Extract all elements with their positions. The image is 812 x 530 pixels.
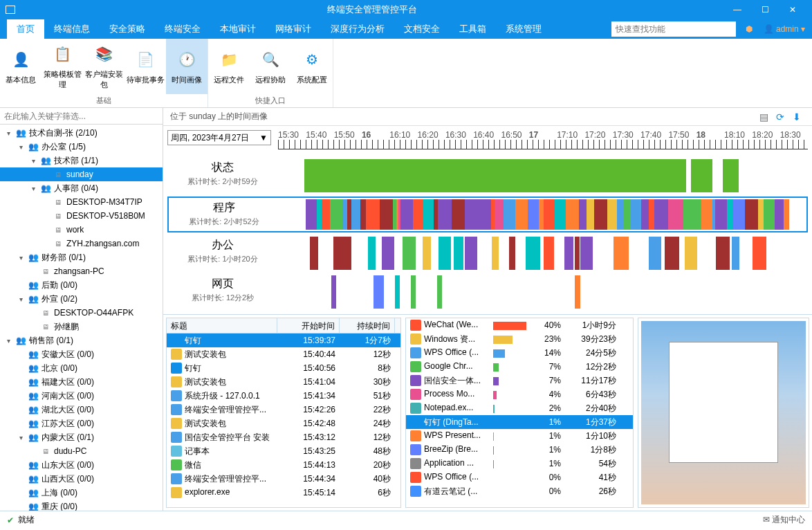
usage-row[interactable]: BreeZip (Bre...1%1分8秒 bbox=[406, 443, 633, 457]
org-icon[interactable]: ⬢ bbox=[746, 24, 753, 34]
tree-node[interactable]: 👥江苏大区 (0/0) bbox=[0, 417, 163, 430]
activity-row[interactable]: 终端安全管理管控平...15:42:2622秒 bbox=[167, 403, 400, 417]
tree-node[interactable]: 👥湖北大区 (0/0) bbox=[0, 403, 163, 417]
tree-node[interactable]: 👥福建大区 (0/0) bbox=[0, 375, 163, 389]
timeline-track-程序[interactable]: 程序累计时长: 2小时52分 bbox=[167, 197, 808, 232]
usage-row[interactable]: Windows 资...23%39分23秒 bbox=[406, 332, 633, 346]
close-button[interactable]: ✕ bbox=[779, 0, 806, 19]
activity-row[interactable]: 钉钉15:40:568秒 bbox=[167, 361, 400, 375]
usage-row[interactable]: WPS Present...1%1分10秒 bbox=[406, 429, 633, 443]
status-ok-icon: ✔ bbox=[7, 515, 14, 525]
activity-row[interactable]: 记事本15:43:2548秒 bbox=[167, 444, 400, 458]
content: 位于 sunday 上的时间画像 ▤ ⟳ ⬇ 周四, 2023年4月27日▼ 1… bbox=[163, 108, 812, 511]
activity-row[interactable]: 测试安装包15:40:4412秒 bbox=[167, 347, 400, 361]
menu-tab-5[interactable]: 网络审计 bbox=[266, 19, 321, 39]
export-button[interactable]: ⬇ bbox=[788, 109, 805, 125]
window-title: 终端安全管理管控平台 bbox=[21, 3, 723, 16]
ribbon-待审批事务[interactable]: 📄待审批事务 bbox=[124, 39, 166, 94]
tree-node[interactable]: 🖥ZYH.zhangsan.com bbox=[0, 237, 163, 250]
date-selector[interactable]: 周四, 2023年4月27日▼ bbox=[167, 130, 271, 145]
usage-row[interactable]: 有道云笔记 (...0%26秒 bbox=[406, 484, 633, 498]
tree-node[interactable]: 🖥dudu-PC bbox=[0, 444, 163, 458]
activity-table: 标题开始时间持续时间 钉钉15:39:371分7秒测试安装包15:40:4412… bbox=[166, 318, 401, 508]
usage-row[interactable]: Process Mo...4%6分43秒 bbox=[406, 387, 633, 401]
tree-node[interactable]: ▾👥人事部 (0/4) bbox=[0, 181, 163, 195]
menu-tab-8[interactable]: 工具箱 bbox=[450, 19, 496, 39]
activity-row[interactable]: 钉钉15:39:371分7秒 bbox=[167, 333, 400, 347]
app-icon bbox=[6, 6, 15, 14]
screenshot-image[interactable] bbox=[641, 321, 806, 504]
usage-row[interactable]: Application ...1%54秒 bbox=[406, 457, 633, 470]
timeline-track-办公[interactable]: 办公累计时长: 1小时20分 bbox=[167, 235, 808, 271]
usage-row[interactable]: 国信安全一体...7%11分17秒 bbox=[406, 374, 633, 387]
tree-filter-input[interactable] bbox=[0, 108, 163, 124]
tree-node[interactable]: 👥河南大区 (0/0) bbox=[0, 389, 163, 403]
ribbon: 👤基本信息📋策略模板管理📚客户端安装包📄待审批事务🕐时间画像基础📁远程文件🔍远程… bbox=[0, 39, 812, 108]
menu-tab-6[interactable]: 深度行为分析 bbox=[321, 19, 394, 39]
tree-node[interactable]: 👥重庆 (0/0) bbox=[0, 500, 163, 511]
ribbon-客户端安装包[interactable]: 📚客户端安装包 bbox=[83, 39, 124, 94]
activity-row[interactable]: 终端安全管理管控平...15:44:3440秒 bbox=[167, 472, 400, 486]
tree-node[interactable]: 👥后勤 (0/0) bbox=[0, 278, 163, 292]
detail-button[interactable]: ▤ bbox=[755, 109, 772, 125]
usage-row[interactable]: WPS Office (...0%41秒 bbox=[406, 470, 633, 484]
usage-row[interactable]: Google Chr...7%12分2秒 bbox=[406, 360, 633, 374]
ribbon-系统配置[interactable]: ⚙系统配置 bbox=[291, 39, 333, 94]
activity-row[interactable]: 测试安装包15:42:4824秒 bbox=[167, 417, 400, 430]
time-ruler: 15:3015:4015:501616:1016:2016:3016:4016:… bbox=[278, 130, 808, 155]
ribbon-远程协助[interactable]: 🔍远程协助 bbox=[250, 39, 291, 94]
ribbon-时间画像[interactable]: 🕐时间画像 bbox=[166, 39, 207, 94]
admin-menu[interactable]: 👤 admin ▾ bbox=[764, 24, 805, 34]
menu-tab-9[interactable]: 系统管理 bbox=[496, 19, 551, 39]
tree-node[interactable]: ▾👥办公室 (1/5) bbox=[0, 140, 163, 154]
maximize-button[interactable]: ☐ bbox=[751, 0, 779, 19]
timeline-track-网页[interactable]: 网页累计时长: 12分2秒 bbox=[167, 274, 808, 310]
usage-row[interactable]: WPS Office (...14%24分5秒 bbox=[406, 346, 633, 360]
menu-tab-3[interactable]: 终端安全 bbox=[155, 19, 210, 39]
tree-node[interactable]: 🖥DESKTOP-O44AFPK bbox=[0, 306, 163, 320]
tree-node[interactable]: ▾👥技术自测-张 (2/10) bbox=[0, 126, 163, 140]
refresh-button[interactable]: ⟳ bbox=[772, 109, 788, 125]
notification-center[interactable]: ✉ 通知中心 bbox=[763, 514, 805, 526]
tree-node[interactable]: ▾👥财务部 (0/1) bbox=[0, 250, 163, 264]
activity-row[interactable]: 国信安全管控平台 安装15:43:1212秒 bbox=[167, 430, 400, 444]
ribbon-基本信息[interactable]: 👤基本信息 bbox=[0, 39, 41, 94]
menu-tab-1[interactable]: 终端信息 bbox=[44, 19, 100, 39]
tree-node[interactable]: ▾👥销售部 (0/1) bbox=[0, 333, 163, 347]
tree-node[interactable]: 🖥孙继鹏 bbox=[0, 320, 163, 333]
menu-tab-4[interactable]: 本地审计 bbox=[210, 19, 266, 39]
tree-node[interactable]: 🖥work bbox=[0, 223, 163, 237]
menubar: 首页终端信息安全策略终端安全本地审计网络审计深度行为分析文档安全工具箱系统管理 … bbox=[0, 19, 812, 39]
minimize-button[interactable]: — bbox=[723, 0, 751, 19]
activity-row[interactable]: explorer.exe15:45:146秒 bbox=[167, 486, 400, 500]
usage-row[interactable]: WeChat (We...40%1小时9分 bbox=[406, 318, 633, 332]
tree-node[interactable]: 👥安徽大区 (0/0) bbox=[0, 347, 163, 361]
usage-row[interactable]: Notepad.ex...2%2分40秒 bbox=[406, 401, 633, 415]
ribbon-策略模板管理[interactable]: 📋策略模板管理 bbox=[41, 39, 83, 94]
ribbon-远程文件[interactable]: 📁远程文件 bbox=[208, 39, 250, 94]
menu-tab-7[interactable]: 文档安全 bbox=[394, 19, 450, 39]
tree-node[interactable]: ▾👥技术部 (1/1) bbox=[0, 154, 163, 167]
activity-row[interactable]: 微信15:44:1320秒 bbox=[167, 458, 400, 472]
tree-node[interactable]: ▾👥内蒙大区 (0/1) bbox=[0, 430, 163, 444]
tree-node[interactable]: 👥山西大区 (0/0) bbox=[0, 472, 163, 486]
timeline-area: 周四, 2023年4月27日▼ 15:3015:4015:501616:1016… bbox=[163, 126, 812, 315]
tree-node[interactable]: 👥北京 (0/0) bbox=[0, 361, 163, 375]
usage-row[interactable]: 钉钉 (DingTa...1%1分37秒 bbox=[406, 415, 633, 429]
tree-node[interactable]: 🖥zhangsan-PC bbox=[0, 264, 163, 278]
tree-node[interactable]: 🖥sunday bbox=[0, 167, 163, 181]
content-title: 位于 sunday 上的时间画像 bbox=[170, 111, 755, 122]
tree-node[interactable]: 👥上海 (0/0) bbox=[0, 486, 163, 500]
menu-tab-0[interactable]: 首页 bbox=[7, 19, 44, 39]
status-text: 就绪 bbox=[18, 514, 35, 526]
activity-row[interactable]: 系统升级 - 127.0.0.115:41:3451秒 bbox=[167, 389, 400, 403]
search-input[interactable] bbox=[611, 21, 736, 37]
tree-node[interactable]: 🖥DESKTOP-M34T7IP bbox=[0, 195, 163, 209]
tree-node[interactable]: ▾👥外宣 (0/2) bbox=[0, 292, 163, 306]
activity-row[interactable]: 测试安装包15:41:0430秒 bbox=[167, 375, 400, 389]
titlebar: 终端安全管理管控平台 — ☐ ✕ bbox=[0, 0, 812, 19]
timeline-track-状态[interactable]: 状态累计时长: 2小时59分 bbox=[167, 158, 808, 194]
tree-node[interactable]: 🖥DESKTOP-V518B0M bbox=[0, 209, 163, 223]
menu-tab-2[interactable]: 安全策略 bbox=[100, 19, 155, 39]
tree-node[interactable]: 👥山东大区 (0/0) bbox=[0, 458, 163, 472]
